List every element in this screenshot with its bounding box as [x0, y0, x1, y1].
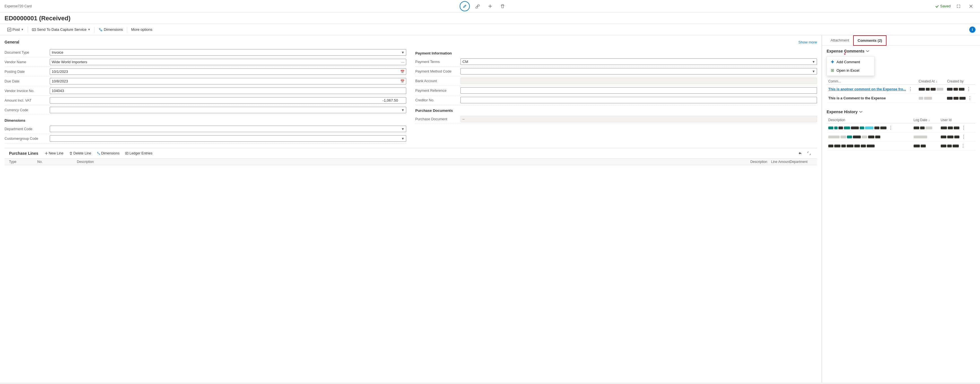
no-header: No.: [37, 160, 77, 164]
send-chevron[interactable]: ▼: [88, 28, 91, 31]
dimensions-button[interactable]: Dimensions: [96, 26, 126, 33]
history-logdate-header: Log Date ↓: [912, 117, 939, 124]
expense-comments-header: Expense Comments: [827, 49, 975, 53]
send-to-capture-button[interactable]: Send To Data Capture Service ▼: [29, 26, 93, 33]
payment-terms-field: Payment Terms CM ▼: [415, 57, 817, 67]
dept-code-select[interactable]: [50, 125, 406, 132]
vendor-invoice-input[interactable]: [50, 87, 406, 94]
history-row-2: ⋮: [827, 132, 975, 141]
comment-dropdown-menu: ✚ Add Comment ⊞ Open in Excel: [827, 56, 875, 76]
lines-share-button[interactable]: [797, 150, 803, 157]
expense-comments-section: Expense Comments ✚ Add Comment ⊞ Open in…: [827, 49, 975, 103]
comment-dropdown-area: ✚ Add Comment ⊞ Open in Excel ↓: [827, 56, 975, 76]
edit-button[interactable]: [460, 1, 470, 11]
lines-table-headers: Type No. Description Description Line Am…: [5, 159, 817, 165]
tab-bar: Attachment Comments (2): [822, 35, 980, 46]
vendor-name-control: ···: [50, 59, 406, 65]
attachment-tab[interactable]: Attachment: [827, 35, 853, 45]
customer-group-select[interactable]: [50, 135, 406, 142]
expand-button[interactable]: [954, 2, 963, 11]
vendor-invoice-field: Vendor Invoice No.: [5, 86, 406, 96]
currency-code-field: Currency Code ▼: [5, 105, 406, 115]
action-bar: Post ▼ Send To Data Capture Service ▼ Di…: [0, 24, 980, 35]
delete-button[interactable]: [498, 2, 507, 11]
due-date-field: Due Date 📅: [5, 76, 406, 86]
svg-point-6: [99, 154, 100, 155]
svg-point-3: [99, 28, 100, 29]
payment-method-field: Payment Method Code ▼: [415, 67, 817, 76]
lines-dimensions-button[interactable]: Dimensions: [95, 151, 121, 156]
dimensions-subsection: Dimensions Department Code ▼ Customergro…: [5, 118, 406, 143]
comment-col-header: Comm...: [827, 78, 917, 85]
history-desc-1: ⋮: [827, 124, 912, 132]
post-chevron[interactable]: ▼: [21, 28, 24, 31]
history-row-3: ⋮: [827, 141, 975, 151]
payment-terms-control: CM ▼: [460, 59, 817, 65]
history-3-more[interactable]: ⋮: [960, 143, 966, 149]
history-logdate-3: [912, 141, 939, 151]
history-userid-3: ⋮: [939, 141, 975, 151]
top-bar-right: Saved: [935, 2, 975, 11]
history-logdate-1: [912, 124, 939, 132]
history-2-more[interactable]: ⋮: [960, 134, 967, 140]
due-date-input[interactable]: [50, 78, 406, 84]
history-desc-3: [827, 141, 912, 151]
payment-terms-select[interactable]: CM: [460, 59, 817, 65]
history-logdate-2: [912, 132, 939, 141]
info-button[interactable]: i: [969, 27, 975, 33]
department-header: Department: [790, 160, 813, 164]
open-excel-button[interactable]: ⊞ Open in Excel: [827, 66, 874, 75]
history-1-userid-more[interactable]: ⋮: [960, 125, 967, 130]
delete-line-button[interactable]: Delete Line: [67, 151, 93, 156]
comment-2-by-more[interactable]: ⋮: [966, 95, 973, 101]
more-options-button[interactable]: More options: [128, 26, 155, 33]
customer-group-control: ▼: [50, 135, 406, 142]
document-type-control: Invoice ▼: [50, 49, 406, 56]
comments-table: Comm... Created At ↓ Created by This is …: [827, 78, 975, 103]
purchase-docs-title: Purchase Documents: [415, 108, 817, 113]
general-section-title: General: [5, 40, 19, 44]
top-bar: Expense720 Card Saved: [0, 0, 980, 13]
payment-reference-field: Payment Reference: [415, 86, 817, 95]
add-comment-button[interactable]: ✚ Add Comment: [827, 58, 874, 66]
payment-method-control: ▼: [460, 68, 817, 75]
amount-vat-input[interactable]: [50, 97, 406, 104]
vendor-name-input[interactable]: [50, 59, 406, 65]
creditor-input[interactable]: [460, 97, 817, 103]
show-more-button[interactable]: Show more: [799, 40, 817, 44]
desc-header: Description: [77, 160, 739, 164]
payment-method-select[interactable]: [460, 68, 817, 75]
history-1-more[interactable]: ⋮: [887, 125, 894, 130]
created-by-header: Created by: [945, 78, 975, 85]
post-button[interactable]: Post ▼: [5, 26, 27, 33]
new-line-button[interactable]: New Line: [43, 151, 65, 156]
page-title-bar: ED0000001 (Received): [0, 13, 980, 24]
add-button[interactable]: [485, 2, 495, 11]
document-type-select[interactable]: Invoice: [50, 49, 406, 56]
vendor-name-ellipsis[interactable]: ···: [401, 60, 404, 64]
share-button[interactable]: [473, 2, 482, 11]
payment-col: Payment Information Payment Terms CM ▼ P…: [415, 48, 817, 143]
posting-date-input[interactable]: [50, 68, 406, 75]
main-content: General Show more Document Type Invoice …: [0, 35, 980, 382]
payment-reference-control: [460, 87, 817, 94]
right-panel: Attachment Comments (2) Expense Comments…: [822, 35, 980, 382]
purchase-document-input: [460, 116, 817, 122]
purchase-docs-subsection: Purchase Documents Purchase Document: [415, 108, 817, 124]
creditor-field: Creditor No.: [415, 95, 817, 105]
currency-code-select[interactable]: [50, 107, 406, 113]
lines-expand-button[interactable]: [806, 150, 813, 157]
history-desc-header: Description: [827, 117, 912, 124]
ledger-entries-button[interactable]: Ledger Entries: [124, 151, 154, 156]
payment-section-title: Payment Information: [415, 51, 817, 56]
vendor-invoice-control: [50, 87, 406, 94]
svg-rect-1: [8, 28, 11, 31]
purchase-lines-title: Purchase Lines: [9, 151, 38, 156]
close-button[interactable]: [966, 2, 975, 11]
comment-row-1: This is anotner commont on the Expense f…: [827, 85, 975, 94]
comment-1-more[interactable]: ⋮: [907, 86, 914, 92]
comments-tab[interactable]: Comments (2): [853, 35, 887, 46]
comment-1-by-more[interactable]: ⋮: [965, 86, 972, 92]
payment-reference-input[interactable]: [460, 87, 817, 94]
comment-2-text: This is a Comment to the Expense: [827, 94, 917, 103]
